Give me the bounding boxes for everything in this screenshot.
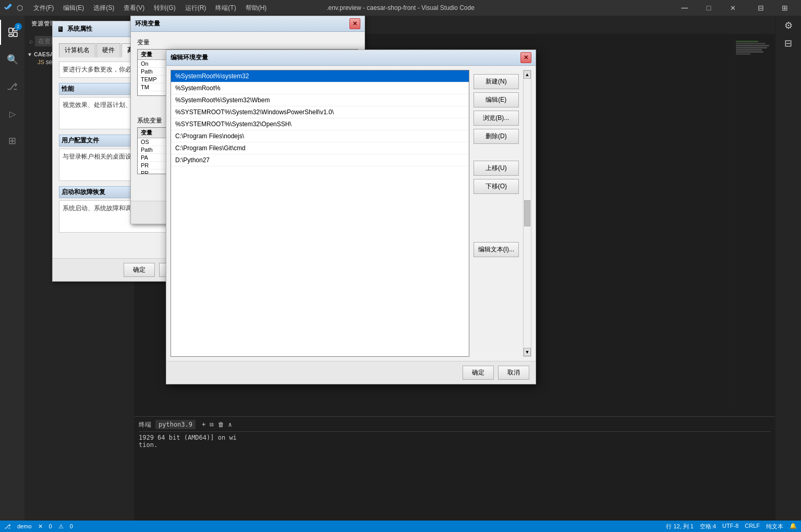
notification-badge: 2 xyxy=(15,23,22,30)
env-vars-close[interactable]: ✕ xyxy=(349,18,360,29)
vscode-icon xyxy=(4,4,13,12)
activity-debug[interactable]: ▷ xyxy=(0,101,25,126)
statusbar: ⎇ demo ✕ 0 ⚠ 0 行 12, 列 1 空格:4 UTF-8 CRLF… xyxy=(0,521,801,532)
right-panel: ⚙ ⊟ xyxy=(775,16,801,521)
terminal-maximize-icon[interactable]: ∧ xyxy=(228,421,232,428)
terminal-split-icon[interactable]: ⊟ xyxy=(210,421,213,428)
explorer-icon: ⬡ xyxy=(16,4,24,12)
activity-search[interactable]: 🔍 xyxy=(0,47,25,72)
env-vars-titlebar: 环境变量 ✕ xyxy=(131,16,365,32)
btn-down[interactable]: 下移(O) xyxy=(474,179,519,194)
file-type[interactable]: 纯文本 xyxy=(766,523,783,530)
activity-extensions[interactable]: ⊞ xyxy=(0,128,25,153)
env-vars-title: 环境变量 xyxy=(135,19,346,28)
search-icon: ⌕ xyxy=(29,38,33,45)
maximize-button[interactable]: □ xyxy=(697,0,721,16)
edit-env-item-4[interactable]: %SYSTEMROOT%\System32\OpenSSH\ xyxy=(171,118,469,130)
terminal-line2: tion. xyxy=(139,441,771,449)
activity-bar: 2 🔍 ⎇ ▷ ⊞ xyxy=(0,16,25,521)
btn-delete[interactable]: 删除(D) xyxy=(474,129,519,144)
spaces[interactable]: 空格:4 xyxy=(700,523,716,530)
menu-view[interactable]: 查看(V) xyxy=(119,3,149,14)
edit-env-item-5[interactable]: C:\Program Files\nodejs\ xyxy=(171,130,469,142)
menu-terminal[interactable]: 终端(T) xyxy=(211,3,240,14)
split-button[interactable]: ⊞ xyxy=(773,0,797,16)
tab-computer-name[interactable]: 计算机名 xyxy=(59,43,95,57)
statusbar-right: 行 12, 列 1 空格:4 UTF-8 CRLF 纯文本 🔔 xyxy=(666,523,797,530)
warning-icon: ⚠ xyxy=(58,523,64,530)
titlebar: ⬡ 文件(F) 编辑(E) 选择(S) 查看(V) 转到(G) 运行(R) 终端… xyxy=(0,0,801,16)
line-ending[interactable]: CRLF xyxy=(745,523,760,530)
menu-edit[interactable]: 编辑(E) xyxy=(59,3,88,14)
edit-env-titlebar: 编辑环境变量 ✕ xyxy=(166,50,536,66)
tab-hardware[interactable]: 硬件 xyxy=(96,43,120,57)
menu-run[interactable]: 运行(R) xyxy=(181,3,211,14)
branch-name[interactable]: demo xyxy=(17,523,32,529)
edit-env-footer: 确定 取消 xyxy=(166,361,536,384)
terminal-content: 1929 64 bit (AMD64)] on wi tion. xyxy=(139,434,771,449)
remote-icon[interactable]: ⚙ xyxy=(782,18,795,33)
btn-new[interactable]: 新建(N) xyxy=(474,74,519,89)
edit-env-confirm[interactable]: 确定 xyxy=(463,366,494,380)
terminal-add-icon[interactable]: + xyxy=(202,421,205,428)
branch-icon: ⎇ xyxy=(4,523,11,530)
layout-icon[interactable]: ⊟ xyxy=(782,35,794,51)
edit-env-item-2[interactable]: %SystemRoot%\System32\Wbem xyxy=(171,94,469,106)
notification-icon[interactable]: 🔔 xyxy=(790,523,797,530)
edit-env-title: 编辑环境变量 xyxy=(171,53,517,62)
line-col[interactable]: 行 12, 列 1 xyxy=(666,523,694,530)
encoding[interactable]: UTF-8 xyxy=(722,523,738,530)
window-controls[interactable]: ─ □ ✕ ⊟ ⊞ xyxy=(673,0,797,16)
layout-button[interactable]: ⊟ xyxy=(749,0,773,16)
menu-help[interactable]: 帮助(H) xyxy=(241,3,271,14)
js-file-icon: JS xyxy=(38,59,44,65)
btn-up[interactable]: 上移(U) xyxy=(474,161,519,176)
edit-env-item-3[interactable]: %SYSTEMROOT%\System32\WindowsPowerShell\… xyxy=(171,106,469,118)
edit-env-item-1[interactable]: %SystemRoot% xyxy=(171,82,469,94)
minimize-button[interactable]: ─ xyxy=(673,0,697,16)
svg-rect-0 xyxy=(9,28,13,33)
terminal-trash-icon[interactable]: 🗑 xyxy=(218,421,224,428)
tree-arrow-icon: ▼ xyxy=(27,52,32,57)
edit-env-window: 编辑环境变量 ✕ %SystemRoot%\system32 %SystemRo… xyxy=(166,50,536,384)
titlebar-app-icons: ⬡ xyxy=(4,4,24,12)
edit-env-cancel[interactable]: 取消 xyxy=(498,366,529,380)
menu-bar[interactable]: 文件(F) 编辑(E) 选择(S) 查看(V) 转到(G) 运行(R) 终端(T… xyxy=(29,3,271,14)
minimap xyxy=(733,38,775,412)
btn-browse[interactable]: 浏览(B)... xyxy=(474,111,519,126)
edit-env-item-0[interactable]: %SystemRoot%\system32 xyxy=(171,70,469,82)
edit-env-close[interactable]: ✕ xyxy=(520,52,531,63)
scrollbar-thumb[interactable] xyxy=(524,200,530,226)
edit-env-list[interactable]: %SystemRoot%\system32 %SystemRoot% %Syst… xyxy=(171,70,469,357)
edit-env-item-7[interactable]: D:\Python27 xyxy=(171,154,469,166)
menu-select[interactable]: 选择(S) xyxy=(89,3,118,14)
scrollbar-up-btn[interactable]: ▲ xyxy=(524,70,531,79)
error-icon: ✕ xyxy=(38,523,43,530)
svg-rect-2 xyxy=(14,32,17,37)
activity-source-control[interactable]: ⎇ xyxy=(0,74,25,99)
edit-env-item-6[interactable]: C:\Program Files\Git\cmd xyxy=(171,142,469,154)
scrollbar-down-btn[interactable]: ▼ xyxy=(524,348,531,356)
error-count: 0 xyxy=(49,523,52,529)
window-title: .env.preview - caesar-shop-front - Visua… xyxy=(326,4,475,11)
terminal-header: 终端 python3.9 + ⊟ 🗑 ∧ xyxy=(139,419,771,432)
btn-edit-text[interactable]: 编辑文本(I)... xyxy=(474,242,519,257)
warning-count: 0 xyxy=(70,523,73,529)
terminal-line1: 1929 64 bit (AMD64)] on wi xyxy=(139,434,771,441)
terminal-label: 终端 xyxy=(139,420,151,429)
btn-edit[interactable]: 编辑(E) xyxy=(474,92,519,107)
user-vars-label: 变量 xyxy=(137,38,358,47)
svg-rect-3 xyxy=(9,34,13,37)
menu-file[interactable]: 文件(F) xyxy=(29,3,58,14)
sys-props-icon: 🖥 xyxy=(57,25,64,33)
python-version: python3.9 xyxy=(155,420,196,429)
menu-goto[interactable]: 转到(G) xyxy=(150,3,179,14)
activity-explorer[interactable]: 2 xyxy=(0,20,25,45)
close-button[interactable]: ✕ xyxy=(721,0,745,16)
sys-props-confirm[interactable]: 确定 xyxy=(124,263,155,277)
terminal-panel: 终端 python3.9 + ⊟ 🗑 ∧ 1929 64 bit (AMD64)… xyxy=(135,416,775,521)
edit-env-content: %SystemRoot%\system32 %SystemRoot% %Syst… xyxy=(166,66,536,361)
edit-env-action-buttons: 新建(N) 编辑(E) 浏览(B)... 删除(D) 上移(U) 下移(O) 编… xyxy=(469,70,523,261)
